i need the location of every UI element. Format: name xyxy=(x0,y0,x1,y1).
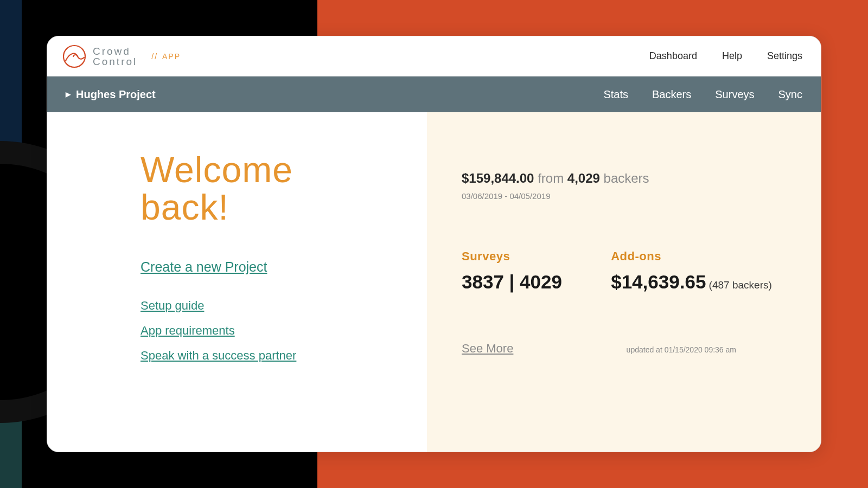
welcome-pane: Welcome back! Create a new Project Setup… xyxy=(47,112,427,452)
svg-point-0 xyxy=(63,46,85,67)
project-nav: Stats Backers Surveys Sync xyxy=(603,88,802,101)
welcome-line1: Welcome xyxy=(141,150,293,190)
app-requirements-link[interactable]: App requirements xyxy=(141,324,405,338)
stats-row: Surveys 3837 | 4029 Add-ons $14,639.65 (… xyxy=(462,249,790,293)
brand-slashes: // xyxy=(151,52,158,61)
welcome-line2: back! xyxy=(141,187,229,227)
stat-addons-label: Add-ons xyxy=(611,249,790,264)
stat-surveys-label: Surveys xyxy=(462,249,580,264)
stat-addons: Add-ons $14,639.65 (487 backers) xyxy=(611,249,790,293)
funding-summary: $159,844.00 from 4,029 backers xyxy=(462,171,790,186)
project-selector[interactable]: ▶ Hughes Project xyxy=(66,88,156,101)
brand-name: Crowd Control xyxy=(93,46,137,67)
campaign-date-range: 03/06/2019 - 04/05/2019 xyxy=(462,191,790,201)
project-bar: ▶ Hughes Project Stats Backers Surveys S… xyxy=(47,76,821,112)
nav-help[interactable]: Help xyxy=(722,50,742,62)
stat-surveys: Surveys 3837 | 4029 xyxy=(462,249,580,293)
welcome-heading: Welcome back! xyxy=(141,151,405,227)
tab-sync[interactable]: Sync xyxy=(778,88,802,101)
tab-backers[interactable]: Backers xyxy=(652,88,691,101)
nav-dashboard[interactable]: Dashboard xyxy=(649,50,697,62)
top-nav: Dashboard Help Settings xyxy=(649,50,802,62)
brand-line1: Crowd xyxy=(93,46,137,56)
top-bar: Crowd Control //APP Dashboard Help Setti… xyxy=(47,36,821,76)
setup-guide-link[interactable]: Setup guide xyxy=(141,299,405,313)
wave-logo-icon xyxy=(62,44,86,68)
backers-count: 4,029 xyxy=(567,171,600,185)
updated-timestamp: updated at 01/15/2020 09:36 am xyxy=(627,345,736,354)
app-window: Crowd Control //APP Dashboard Help Setti… xyxy=(47,36,821,452)
create-project-link[interactable]: Create a new Project xyxy=(141,259,405,275)
brand-sublabel: //APP xyxy=(151,52,181,61)
from-word: from xyxy=(534,171,567,185)
addons-amount: $14,639.65 xyxy=(611,271,706,292)
tab-surveys[interactable]: Surveys xyxy=(715,88,754,101)
nav-settings[interactable]: Settings xyxy=(767,50,802,62)
tab-stats[interactable]: Stats xyxy=(603,88,628,101)
funding-amount: $159,844.00 xyxy=(462,171,534,185)
content: Welcome back! Create a new Project Setup… xyxy=(47,112,821,452)
project-name: Hughes Project xyxy=(76,88,156,101)
stats-footer: See More updated at 01/15/2020 09:36 am xyxy=(462,342,790,356)
stat-addons-value: $14,639.65 (487 backers) xyxy=(611,271,790,293)
stat-surveys-value: 3837 | 4029 xyxy=(462,271,580,293)
speak-partner-link[interactable]: Speak with a success partner xyxy=(141,349,405,363)
stats-pane: $159,844.00 from 4,029 backers 03/06/201… xyxy=(427,112,821,452)
brand-line2: Control xyxy=(93,56,137,67)
see-more-link[interactable]: See More xyxy=(462,342,513,356)
brand-app-word: APP xyxy=(162,52,181,61)
brand: Crowd Control //APP xyxy=(62,44,181,68)
caret-right-icon: ▶ xyxy=(66,91,71,98)
addons-backers: (487 backers) xyxy=(706,279,771,291)
backers-word: backers xyxy=(600,171,649,185)
